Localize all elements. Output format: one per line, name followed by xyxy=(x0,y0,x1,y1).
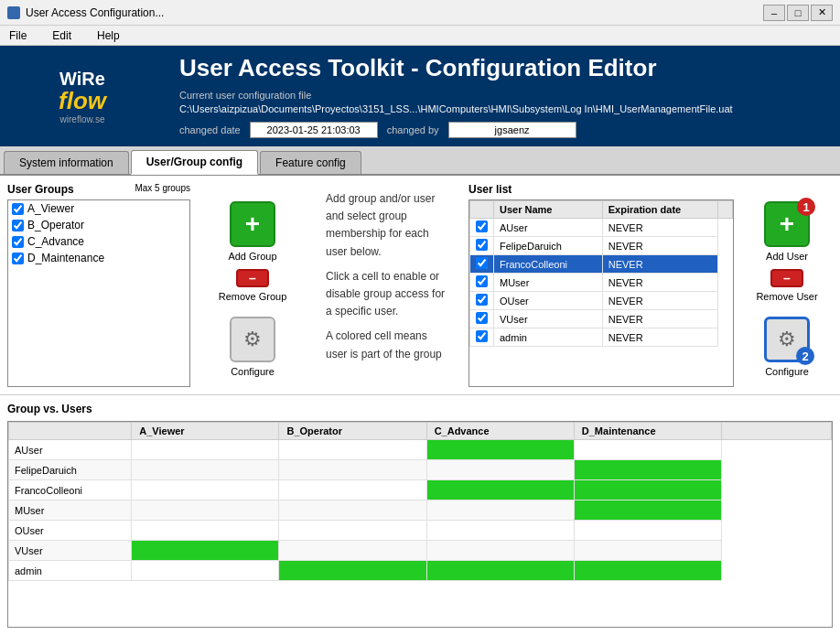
matrix-user-cell: admin xyxy=(9,561,132,581)
user-table-row[interactable]: AUser NEVER xyxy=(470,219,733,237)
configure-group-button[interactable]: ⚙ xyxy=(230,317,275,362)
matrix-group-cell[interactable] xyxy=(132,460,279,480)
group-item[interactable]: A_Viewer xyxy=(8,200,189,217)
matrix-group-cell[interactable] xyxy=(279,440,426,460)
matrix-group-cell[interactable] xyxy=(279,561,426,581)
user-checkbox[interactable] xyxy=(476,294,488,306)
configure-user-button[interactable]: ⚙ 2 xyxy=(764,317,810,362)
matrix-group-cell[interactable] xyxy=(574,460,721,480)
matrix-group-cell[interactable] xyxy=(426,440,574,460)
user-name-cell: admin xyxy=(494,328,603,347)
user-check-cell[interactable] xyxy=(470,310,494,328)
matrix-group-cell[interactable] xyxy=(574,521,721,541)
matrix-group-cell[interactable] xyxy=(132,500,279,521)
user-checkbox[interactable] xyxy=(476,239,488,251)
user-expiration-cell: NEVER xyxy=(602,274,717,292)
close-button[interactable]: ✕ xyxy=(811,5,833,21)
add-group-label: Add Group xyxy=(228,251,276,262)
matrix-row[interactable]: AUser xyxy=(9,440,832,460)
user-expiration-cell: NEVER xyxy=(602,292,717,310)
matrix-row[interactable]: MUser xyxy=(9,500,832,521)
matrix-group-cell[interactable] xyxy=(426,500,574,521)
add-user-button[interactable]: + 1 xyxy=(764,201,810,247)
matrix-group-cell[interactable] xyxy=(279,500,426,521)
col-expiration: Expiration date xyxy=(602,201,717,219)
matrix-user-cell: AUser xyxy=(9,440,132,460)
matrix-row[interactable]: VUser xyxy=(9,541,832,561)
group-checkbox[interactable] xyxy=(12,203,24,215)
matrix-group-cell[interactable] xyxy=(426,460,574,480)
matrix-group-cell[interactable] xyxy=(426,521,574,541)
matrix-group-cell[interactable] xyxy=(574,440,721,460)
matrix-row[interactable]: admin xyxy=(9,561,832,581)
remove-group-button[interactable]: – xyxy=(236,269,269,287)
matrix-row[interactable]: FelipeDaruich xyxy=(9,460,832,480)
matrix-row[interactable]: OUser xyxy=(9,521,832,541)
matrix-group-cell[interactable] xyxy=(279,460,426,480)
groups-list: A_ViewerB_OperatorC_AdvanceD_Maintenance xyxy=(7,199,190,387)
menu-help[interactable]: Help xyxy=(92,27,125,44)
user-table-row[interactable]: FrancoColleoni NEVER xyxy=(470,255,733,274)
user-table-row[interactable]: FelipeDaruich NEVER xyxy=(470,237,733,255)
user-check-cell[interactable] xyxy=(470,219,494,237)
file-label: Current user configuration file xyxy=(179,90,825,101)
remove-user-button[interactable]: – xyxy=(770,269,803,287)
user-checkbox[interactable] xyxy=(476,330,488,342)
matrix-group-cell[interactable] xyxy=(132,440,279,460)
user-check-cell[interactable] xyxy=(470,274,494,292)
user-table-row[interactable]: VUser NEVER xyxy=(470,310,733,328)
user-name-cell: OUser xyxy=(494,292,603,310)
user-expiration-cell: NEVER xyxy=(602,255,717,274)
matrix-group-cell[interactable] xyxy=(574,561,721,581)
add-group-button[interactable]: + xyxy=(230,201,275,247)
user-controls-column: + 1 Add User – Remove User ⚙ 2 Configure xyxy=(741,183,833,387)
configure-user-wrap: ⚙ 2 Configure xyxy=(764,317,810,377)
user-expiration-cell: NEVER xyxy=(602,310,717,328)
menu-edit[interactable]: Edit xyxy=(47,27,77,44)
matrix-group-cell[interactable] xyxy=(426,561,574,581)
user-list-panel: User list User Name Expiration date AUse… xyxy=(468,183,734,387)
matrix-group-cell[interactable] xyxy=(279,541,426,561)
matrix-row[interactable]: FrancoColleoni xyxy=(9,480,832,500)
user-table-row[interactable]: MUser NEVER xyxy=(470,274,733,292)
menu-file[interactable]: File xyxy=(4,27,32,44)
header-meta: changed date 2023-01-25 21:03:03 changed… xyxy=(179,122,825,138)
tab-user-group-config[interactable]: User/Group config xyxy=(131,150,258,175)
matrix-group-cell[interactable] xyxy=(132,541,279,561)
logo: WiRe flow wireflow.se xyxy=(59,69,106,124)
user-table-row[interactable]: admin NEVER xyxy=(470,328,733,347)
tab-system-information[interactable]: System information xyxy=(4,151,129,174)
user-checkbox[interactable] xyxy=(476,275,488,287)
tab-feature-config[interactable]: Feature config xyxy=(260,151,361,174)
matrix-group-cell[interactable] xyxy=(132,521,279,541)
group-checkbox[interactable] xyxy=(12,253,24,264)
matrix-group-cell[interactable] xyxy=(574,480,721,500)
group-checkbox[interactable] xyxy=(12,236,24,248)
remove-group-label: Remove Group xyxy=(219,291,287,302)
user-checkbox[interactable] xyxy=(476,257,488,269)
matrix-group-cell[interactable] xyxy=(574,541,721,561)
user-expiration-cell: NEVER xyxy=(602,219,717,237)
user-check-cell[interactable] xyxy=(470,237,494,255)
matrix-group-cell[interactable] xyxy=(426,480,574,500)
user-checkbox[interactable] xyxy=(476,221,488,232)
user-check-cell[interactable] xyxy=(470,255,494,274)
matrix-group-cell[interactable] xyxy=(279,521,426,541)
user-check-cell[interactable] xyxy=(470,292,494,310)
matrix-group-cell[interactable] xyxy=(426,541,574,561)
group-item[interactable]: C_Advance xyxy=(8,233,189,250)
user-checkbox[interactable] xyxy=(476,312,488,324)
matrix-group-cell[interactable] xyxy=(132,480,279,500)
group-checkbox[interactable] xyxy=(12,220,24,231)
user-check-cell[interactable] xyxy=(470,328,494,347)
matrix-group-cell[interactable] xyxy=(132,561,279,581)
badge-2: 2 xyxy=(796,347,814,365)
maximize-button[interactable]: □ xyxy=(787,5,809,21)
matrix-group-cell[interactable] xyxy=(279,480,426,500)
minimize-button[interactable]: – xyxy=(763,5,785,21)
matrix-group-cell[interactable] xyxy=(574,500,721,521)
logo-site: wireflow.se xyxy=(59,114,106,124)
user-table-row[interactable]: OUser NEVER xyxy=(470,292,733,310)
group-item[interactable]: B_Operator xyxy=(8,217,189,233)
group-item[interactable]: D_Maintenance xyxy=(8,250,189,266)
